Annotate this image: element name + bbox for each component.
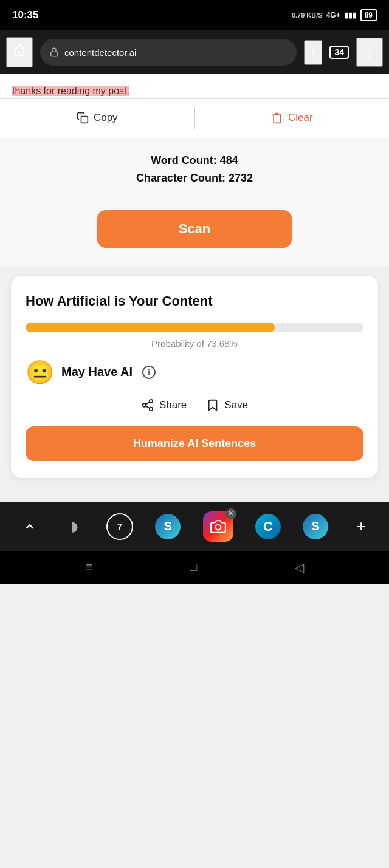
time-display: 10:35 xyxy=(12,9,38,21)
network-type: 4G+ xyxy=(326,11,340,19)
scan-button[interactable]: Scan xyxy=(97,210,292,248)
add-tab-button[interactable]: + xyxy=(351,511,372,542)
char-count: Character Count: 2732 xyxy=(12,172,377,185)
status-label: May Have AI xyxy=(61,365,133,379)
browser-menu-button[interactable]: ⋮ xyxy=(356,38,383,67)
status-bar: 10:35 0.79 KB/S 4G+ ▮▮▮ 89 xyxy=(0,0,389,30)
browser-chrome: contentdetector.ai + 34 ⋮ xyxy=(0,30,389,74)
steem2-icon[interactable]: S xyxy=(303,514,328,539)
steem-blue-icon[interactable]: S xyxy=(155,514,181,539)
nav-menu-button[interactable]: ≡ xyxy=(73,555,105,579)
scroll-up-button[interactable] xyxy=(17,514,43,539)
bookmark-icon xyxy=(206,398,219,412)
clear-button[interactable]: Clear xyxy=(195,99,390,137)
system-nav-bar: ≡ □ ◁ xyxy=(0,551,389,584)
text-area-section: thanks for reading my post. xyxy=(0,74,389,98)
result-status-row: 😐 May Have AI i xyxy=(26,361,363,384)
camera-icon xyxy=(210,519,226,535)
probability-fill xyxy=(26,323,275,332)
lock-icon xyxy=(49,47,60,58)
copy-button[interactable]: Copy xyxy=(0,99,194,137)
new-tab-button[interactable]: + xyxy=(304,40,323,65)
results-section: How Artificial is Your Content Probabili… xyxy=(0,266,389,502)
svg-point-4 xyxy=(150,407,153,411)
svg-point-3 xyxy=(143,403,146,407)
status-icons: 0.79 KB/S 4G+ ▮▮▮ 89 xyxy=(292,9,377,21)
highlighted-text: thanks for reading my post. xyxy=(12,86,129,96)
url-text: contentdetector.ai xyxy=(64,47,136,58)
probability-track xyxy=(26,323,363,332)
results-title: How Artificial is Your Content xyxy=(26,293,363,310)
camera-app-button[interactable]: ✕ xyxy=(203,511,233,542)
signal-icon: ▮▮▮ xyxy=(344,11,357,19)
half-moon-button[interactable]: ◗ xyxy=(65,513,84,541)
action-bar: Copy Clear xyxy=(0,98,389,137)
stats-section: Word Count: 484 Character Count: 2732 xyxy=(0,137,389,204)
bottom-browser-toolbar: ◗ 7 S ✕ C S + xyxy=(0,502,389,551)
num7-tab-button[interactable]: 7 xyxy=(106,513,133,540)
svg-rect-1 xyxy=(81,117,88,123)
results-card: How Artificial is Your Content Probabili… xyxy=(11,276,378,478)
nav-back-button[interactable]: ◁ xyxy=(283,555,316,579)
probability-label: Probability of 73.68% xyxy=(26,338,363,349)
network-speed: 0.79 KB/S xyxy=(292,12,323,19)
main-content: thanks for reading my post. Copy Clear W… xyxy=(0,74,389,502)
share-icon xyxy=(141,398,154,412)
humanize-button[interactable]: Humanize AI Sentences xyxy=(26,426,363,461)
battery-icon: 89 xyxy=(360,9,377,21)
share-button[interactable]: Share xyxy=(141,398,187,412)
copy-icon xyxy=(77,112,89,124)
url-bar[interactable]: contentdetector.ai xyxy=(40,39,297,66)
c-app-icon[interactable]: C xyxy=(255,514,281,539)
word-count: Word Count: 484 xyxy=(12,154,377,167)
close-badge: ✕ xyxy=(225,508,236,519)
share-save-row: Share Save xyxy=(26,398,363,412)
save-button[interactable]: Save xyxy=(206,398,248,412)
svg-point-2 xyxy=(150,399,153,403)
info-icon[interactable]: i xyxy=(142,366,156,379)
tab-count[interactable]: 34 xyxy=(329,46,349,59)
browser-home-button[interactable] xyxy=(6,37,33,67)
status-emoji: 😐 xyxy=(26,361,54,384)
svg-line-6 xyxy=(146,402,150,405)
svg-line-5 xyxy=(146,406,150,408)
nav-home-button[interactable]: □ xyxy=(177,555,209,579)
svg-rect-0 xyxy=(51,52,58,56)
trash-icon xyxy=(271,112,283,124)
svg-point-7 xyxy=(215,524,221,530)
scan-button-wrapper: Scan xyxy=(0,204,389,266)
